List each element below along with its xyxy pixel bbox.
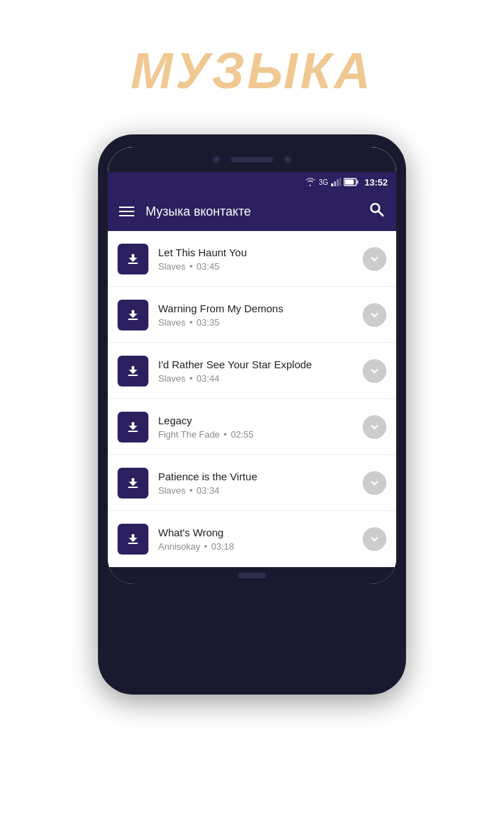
svg-rect-11: [128, 375, 138, 376]
song-artist: Slaves: [158, 373, 186, 384]
song-title: Patience is the Virtue: [158, 471, 353, 482]
chevron-down-icon: [370, 478, 379, 488]
chevron-down-icon: [370, 422, 379, 432]
svg-rect-5: [356, 181, 358, 184]
download-button[interactable]: [118, 300, 148, 330]
separator-dot: •: [190, 373, 195, 384]
status-icons: 3G 13:52: [304, 177, 388, 188]
network-label: 3G: [318, 179, 328, 186]
song-meta: Annisokay • 03:18: [158, 541, 353, 552]
speaker-slot: [231, 157, 273, 162]
separator-dot: •: [190, 317, 195, 328]
svg-rect-12: [128, 431, 138, 432]
svg-rect-6: [344, 180, 354, 185]
song-item: What's Wrong Annisokay • 03:18: [108, 511, 396, 567]
phone-bottom-bar: [108, 567, 396, 584]
svg-rect-2: [337, 179, 339, 186]
more-options-button[interactable]: [363, 247, 386, 271]
song-meta: Fight The Fade • 02:55: [158, 429, 353, 440]
song-info: What's Wrong Annisokay • 03:18: [158, 527, 353, 552]
battery-icon: [344, 178, 359, 186]
separator-dot: •: [224, 429, 230, 440]
svg-line-8: [379, 211, 383, 216]
home-button[interactable]: [238, 573, 266, 578]
song-title: I'd Rather See Your Star Explode: [158, 358, 353, 370]
app-bar: Музыка вконтакте: [108, 192, 396, 231]
song-item: Warning From My Demons Slaves • 03:35: [108, 287, 396, 343]
wifi-icon: [304, 178, 316, 186]
separator-dot: •: [190, 485, 195, 496]
chevron-down-icon: [370, 366, 379, 376]
svg-rect-9: [128, 263, 138, 264]
song-artist: Slaves: [158, 261, 186, 272]
chevron-down-icon: [370, 254, 379, 264]
phone-frame: 3G 13:52: [98, 134, 406, 695]
chevron-down-icon: [370, 310, 379, 320]
download-arrow-icon: [127, 421, 139, 433]
download-arrow-icon: [127, 365, 139, 377]
song-duration: 03:44: [197, 373, 220, 384]
song-duration: 02:55: [231, 429, 254, 440]
download-button[interactable]: [118, 468, 148, 499]
song-duration: 03:34: [197, 485, 220, 496]
song-title: Legacy: [158, 415, 353, 426]
download-arrow-icon: [127, 253, 139, 265]
download-button[interactable]: [118, 412, 148, 443]
song-info: Patience is the Virtue Slaves • 03:34: [158, 471, 353, 496]
song-duration: 03:18: [211, 541, 234, 552]
app-title: Музыка вконтакте: [146, 204, 357, 219]
song-title: What's Wrong: [158, 527, 353, 538]
hamburger-menu-button[interactable]: [119, 207, 134, 216]
svg-rect-13: [128, 487, 138, 488]
download-arrow-icon: [127, 477, 139, 489]
svg-rect-14: [128, 543, 138, 544]
song-list: Let This Haunt You Slaves • 03:45: [108, 231, 396, 567]
song-item: Patience is the Virtue Slaves • 03:34: [108, 455, 396, 511]
svg-rect-3: [340, 178, 341, 186]
camera-dot-2: [284, 156, 291, 163]
more-options-button[interactable]: [363, 359, 386, 383]
svg-rect-1: [334, 181, 336, 186]
more-options-button[interactable]: [363, 303, 386, 327]
more-options-button[interactable]: [363, 415, 386, 439]
status-time: 13:52: [365, 177, 388, 188]
phone-screen: 3G 13:52: [108, 147, 396, 584]
svg-rect-10: [128, 319, 138, 320]
song-meta: Slaves • 03:35: [158, 317, 353, 328]
phone-top-bar: [108, 147, 396, 172]
song-duration: 03:45: [197, 261, 220, 272]
song-meta: Slaves • 03:45: [158, 261, 353, 272]
download-button[interactable]: [118, 244, 148, 274]
song-item: I'd Rather See Your Star Explode Slaves …: [108, 343, 396, 399]
song-artist: Fight The Fade: [158, 429, 220, 440]
camera-dot: [213, 156, 220, 163]
song-artist: Annisokay: [158, 541, 200, 552]
chevron-down-icon: [370, 534, 379, 544]
download-button[interactable]: [118, 356, 148, 386]
song-duration: 03:35: [197, 317, 220, 328]
song-info: I'd Rather See Your Star Explode Slaves …: [158, 358, 353, 384]
download-arrow-icon: [127, 309, 139, 321]
song-info: Warning From My Demons Slaves • 03:35: [158, 302, 353, 328]
svg-rect-0: [331, 183, 333, 186]
song-meta: Slaves • 03:34: [158, 485, 353, 496]
page-heading: МУЗЫКА: [131, 42, 373, 99]
song-info: Legacy Fight The Fade • 02:55: [158, 415, 353, 440]
song-info: Let This Haunt You Slaves • 03:45: [158, 246, 353, 272]
song-artist: Slaves: [158, 485, 186, 496]
download-arrow-icon: [127, 533, 139, 545]
song-meta: Slaves • 03:44: [158, 373, 353, 384]
separator-dot: •: [204, 541, 210, 552]
song-item: Legacy Fight The Fade • 02:55: [108, 399, 396, 455]
more-options-button[interactable]: [363, 471, 386, 495]
song-artist: Slaves: [158, 317, 186, 328]
song-title: Warning From My Demons: [158, 302, 353, 314]
more-options-button[interactable]: [363, 527, 386, 551]
signal-icon: [331, 178, 341, 186]
separator-dot: •: [190, 261, 195, 272]
status-bar: 3G 13:52: [108, 172, 396, 192]
song-title: Let This Haunt You: [158, 246, 353, 258]
song-item: Let This Haunt You Slaves • 03:45: [108, 231, 396, 287]
download-button[interactable]: [118, 524, 148, 555]
search-button[interactable]: [368, 201, 385, 222]
